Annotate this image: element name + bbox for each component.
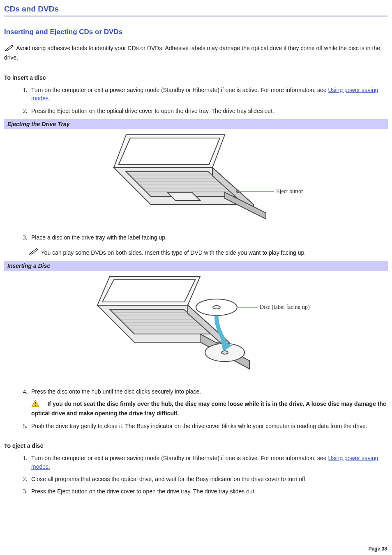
insert-step-5: Push the drive tray gently to close it. … [29, 422, 388, 430]
caption-eject-tray: Ejecting the Drive Tray [4, 119, 388, 129]
insert-step-4: Press the disc onto the hub until the di… [29, 387, 388, 418]
note-icon [4, 44, 15, 53]
section-title: Inserting and Ejecting CDs or DVDs [4, 27, 388, 39]
svg-point-28 [221, 351, 228, 354]
eject-step-1-pre: Turn on the computer or exit a power sav… [31, 455, 328, 461]
subhead-insert: To insert a disc [4, 74, 388, 82]
warning-seat-disc-text: If you do not seat the disc firmly over … [31, 401, 386, 417]
page-title: CDs and DVDs [4, 3, 388, 16]
insert-steps-3: Place a disc on the drive tray with the … [4, 233, 388, 242]
warning-seat-disc: If you do not seat the disc firmly over … [31, 400, 388, 418]
eject-step-3: Press the Eject button on the drive cove… [29, 487, 388, 495]
figure-insert-disc: Disc (label facing up) [4, 272, 388, 381]
svg-point-30 [213, 306, 220, 309]
insert-steps-1-2: Turn on the computer or exit a power sav… [4, 86, 388, 115]
eject-step-2: Close all programs that access the optic… [29, 475, 388, 483]
svg-marker-12 [225, 192, 266, 219]
caption-insert-disc: Inserting a Disc [4, 261, 388, 271]
svg-rect-35 [35, 405, 36, 406]
svg-marker-16 [102, 280, 195, 302]
page: CDs and DVDs Inserting and Ejecting CDs … [0, 0, 392, 555]
note-icon [29, 249, 41, 256]
note-dvd-both-sides-text: You can play some DVDs on both sides. In… [41, 249, 306, 256]
figure-label-disc-up: Disc (label facing up) [260, 304, 310, 311]
note-dvd-both-sides: You can play some DVDs on both sides. In… [4, 247, 388, 257]
figure-eject-tray: Eject button [4, 131, 388, 227]
insert-step-4-text: Press the disc onto the hub until the di… [31, 388, 201, 395]
note-adhesive: Avoid using adhesive labels to identify … [4, 44, 388, 62]
insert-step-1: Turn on the computer or exit a power sav… [29, 86, 388, 103]
subhead-eject: To eject a disc [4, 442, 388, 450]
laptop-insert-illustration: Disc (label facing up) [81, 272, 311, 379]
figure-label-eject-button: Eject button [276, 188, 303, 194]
page-footer: Page 38 [369, 546, 387, 553]
insert-step-2: Press the Eject button on the optical dr… [29, 107, 388, 115]
svg-point-13 [237, 190, 239, 193]
laptop-eject-illustration: Eject button [89, 131, 303, 225]
insert-steps-4-5: Press the disc onto the hub until the di… [4, 387, 388, 430]
eject-steps: Turn on the computer or exit a power sav… [4, 454, 388, 495]
svg-marker-1 [119, 138, 220, 164]
warning-icon [31, 400, 39, 409]
eject-step-1: Turn on the computer or exit a power sav… [29, 454, 388, 471]
note-adhesive-text: Avoid using adhesive labels to identify … [4, 45, 380, 61]
svg-rect-34 [35, 402, 36, 404]
insert-step-1-pre: Turn on the computer or exit a power sav… [31, 87, 328, 93]
insert-step-3: Place a disc on the drive tray with the … [29, 233, 388, 242]
